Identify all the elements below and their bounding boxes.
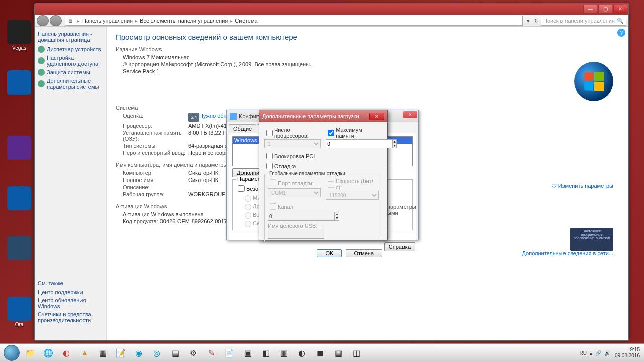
- baud-checkbox: [328, 181, 334, 188]
- change-settings-link[interactable]: 🛡 Изменить параметры: [551, 183, 613, 189]
- sidebar-bottom-update[interactable]: Центр обновления Windows: [38, 297, 97, 309]
- tb-app7[interactable]: ▤: [167, 346, 183, 360]
- tb-app13[interactable]: ▥: [276, 346, 292, 360]
- channel-checkbox: [270, 203, 276, 210]
- desktop-icon[interactable]: [4, 236, 34, 261]
- desktop-icon[interactable]: [4, 136, 34, 161]
- max-memory-input[interactable]: [326, 139, 392, 148]
- tray-clock[interactable]: 9:1509.08.2016: [615, 347, 640, 359]
- cancel-button[interactable]: Отмена: [346, 249, 382, 257]
- ok-button[interactable]: OK: [317, 249, 342, 257]
- sidebar-item-protection[interactable]: Защита системы: [38, 69, 103, 76]
- debug-port-select: COM1:: [268, 188, 321, 197]
- maximize-button[interactable]: ▢: [598, 5, 612, 14]
- tb-app3[interactable]: ▦: [95, 346, 111, 360]
- tray-lang[interactable]: RU: [579, 350, 586, 356]
- radio-altshell: [245, 204, 251, 210]
- sidebar-bottom-support[interactable]: Центр поддержки: [38, 289, 97, 295]
- advboot-close-button[interactable]: ✕: [369, 113, 384, 120]
- see-also-label: См. также: [38, 280, 97, 286]
- tb-app4[interactable]: 📝: [113, 346, 129, 360]
- nav-back-button[interactable]: [37, 15, 49, 26]
- tb-explorer[interactable]: 📁: [22, 346, 38, 360]
- safe-boot-checkbox[interactable]: [238, 185, 245, 192]
- tb-app17[interactable]: ◫: [348, 346, 364, 360]
- msconfig-close-x[interactable]: ✕: [403, 111, 417, 118]
- max-memory-checkbox[interactable]: [328, 130, 334, 136]
- radio-minimal: [245, 195, 251, 202]
- tb-app8[interactable]: ⚙: [185, 346, 201, 360]
- tray-flag-icon[interactable]: ▴: [590, 350, 592, 356]
- sidebar-item-device-manager[interactable]: Диспетчер устройств: [38, 46, 103, 53]
- window-titlebar[interactable]: — ▢ ✕: [35, 4, 628, 15]
- num-processors-select: 1: [264, 139, 321, 148]
- minimize-button[interactable]: —: [583, 5, 597, 14]
- genuine-badge: Настоящее программное обеспечение Micros…: [570, 228, 613, 251]
- more-info-link[interactable]: Дополнительные сведения в сети...: [522, 250, 614, 256]
- search-input[interactable]: Поиск в панели управления🔍: [541, 16, 626, 26]
- tray-network-icon[interactable]: 🔗: [595, 350, 601, 356]
- start-button[interactable]: [2, 344, 21, 362]
- baud-select: 115200: [326, 191, 379, 200]
- desktop-icon[interactable]: Vegas: [4, 20, 34, 51]
- sidebar-bottom-perf[interactable]: Счетчики и средства производительности: [38, 311, 97, 323]
- tb-app9[interactable]: ✎: [203, 346, 219, 360]
- section-edition: Издание Windows: [116, 46, 619, 52]
- page-title: Просмотр основных сведений о вашем компь…: [116, 33, 619, 41]
- address-bar[interactable]: 🖥 ▸Панель управления ▸Все элементы панел…: [65, 16, 523, 26]
- desktop-icon[interactable]: Ora: [4, 297, 34, 327]
- rating-badge: 5,4: [188, 113, 199, 122]
- tb-app11[interactable]: ▣: [239, 346, 256, 360]
- tb-app14[interactable]: ◐: [294, 346, 310, 360]
- sidebar: Панель управления - домашняя страница Ди…: [35, 27, 107, 340]
- tb-app10[interactable]: 📄: [221, 346, 237, 360]
- tb-chrome[interactable]: 🌐: [40, 346, 56, 360]
- desktop-icon[interactable]: [4, 186, 34, 211]
- advboot-titlebar[interactable]: Дополнительные параметры загрузки ✕: [259, 110, 387, 122]
- radio-repair: [245, 212, 251, 219]
- taskbar: 📁 🌐 ◐ ▲ ▦ 📝 ◉ ◎ ▤ ⚙ ✎ 📄 ▣ ◧ ▥ ◐ ◼ ▦ ◫ RU…: [0, 343, 644, 362]
- advanced-boot-dialog: Дополнительные параметры загрузки ✕ Числ…: [259, 110, 388, 240]
- windows-logo: [574, 62, 613, 101]
- tb-app16[interactable]: ▦: [330, 346, 346, 360]
- right-partial-text: параметры ыми: [387, 204, 413, 216]
- tb-app6[interactable]: ◎: [149, 346, 165, 360]
- system-tray[interactable]: RU ▴ 🔗 🔊 9:1509.08.2016: [578, 347, 642, 359]
- channel-input: [268, 212, 335, 221]
- sidebar-home[interactable]: Панель управления - домашняя страница: [38, 31, 103, 43]
- nav-forward-button[interactable]: [50, 15, 62, 26]
- debug-checkbox[interactable]: [266, 163, 273, 169]
- debug-port-checkbox: [270, 179, 276, 186]
- tb-app2[interactable]: ▲: [76, 346, 93, 360]
- help-icon[interactable]: ?: [617, 29, 625, 37]
- close-button[interactable]: ✕: [613, 5, 627, 14]
- radio-network: [245, 221, 251, 227]
- tb-app5[interactable]: ◉: [131, 346, 147, 360]
- spinner-buttons[interactable]: ▲▼: [392, 139, 397, 148]
- usb-target-input: [268, 229, 324, 239]
- help-button[interactable]: Справка: [384, 242, 415, 251]
- tb-app15[interactable]: ◼: [312, 346, 328, 360]
- tb-app1[interactable]: ◐: [58, 346, 74, 360]
- desktop-icon[interactable]: [4, 70, 34, 96]
- sidebar-item-advanced[interactable]: Дополнительные параметры системы: [38, 78, 103, 90]
- tab-general[interactable]: Общие: [229, 124, 256, 133]
- pci-lock-checkbox[interactable]: [266, 153, 273, 159]
- sidebar-item-remote[interactable]: Настройка удаленного доступа: [38, 55, 103, 67]
- num-processors-checkbox[interactable]: [266, 130, 273, 136]
- msconfig-icon: [230, 113, 237, 120]
- tray-volume-icon[interactable]: 🔊: [604, 350, 610, 356]
- tb-app12[interactable]: ◧: [258, 346, 274, 360]
- search-icon: 🔍: [617, 18, 624, 24]
